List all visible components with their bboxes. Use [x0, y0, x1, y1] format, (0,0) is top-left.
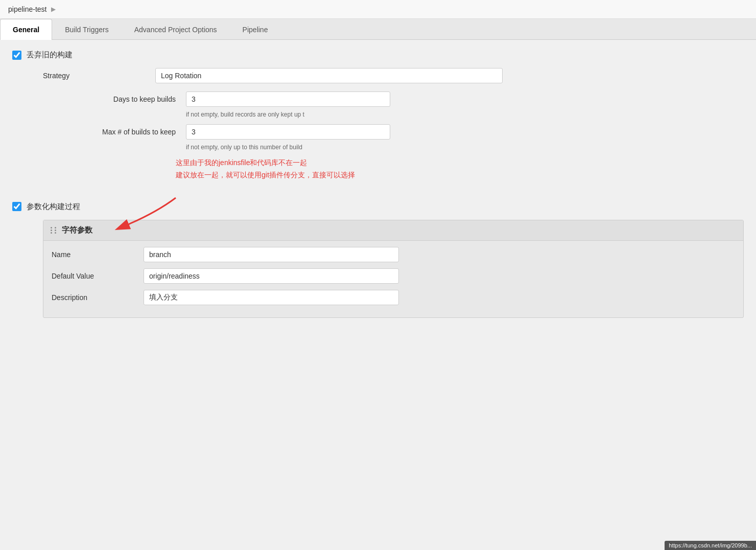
tab-advanced-project-options[interactable]: Advanced Project Options [122, 19, 230, 40]
breadcrumb-arrow-icon: ▶ [51, 6, 56, 13]
days-to-keep-input[interactable] [186, 91, 390, 107]
param-description-row: Description [52, 290, 735, 305]
max-builds-hint: if not empty, only up to this number of … [43, 144, 744, 151]
tab-build-triggers[interactable]: Build Triggers [52, 19, 122, 40]
main-content: General Build Triggers Advanced Project … [0, 19, 756, 500]
days-to-keep-label: Days to keep builds [43, 95, 186, 103]
strategy-input[interactable] [155, 68, 503, 83]
param-default-row: Default Value [52, 268, 735, 284]
param-description-input[interactable] [144, 290, 399, 305]
param-default-label: Default Value [52, 272, 144, 280]
breadcrumb-project[interactable]: pipeline-test [8, 5, 47, 13]
discard-old-builds-row: 丢弃旧的构建 [12, 50, 744, 60]
max-builds-input[interactable] [186, 124, 390, 140]
days-hint: if not empty, build records are only kep… [43, 111, 744, 118]
tabs-bar: General Build Triggers Advanced Project … [0, 19, 756, 40]
tab-pipeline[interactable]: Pipeline [230, 19, 281, 40]
max-builds-row: Max # of builds to keep [43, 124, 744, 140]
param-name-row: Name [52, 247, 735, 262]
param-default-input[interactable] [144, 268, 399, 284]
drag-handle-icon[interactable] [51, 227, 58, 234]
param-panel-body: Name Default Value Description [43, 241, 743, 317]
annotation-arrow-icon [94, 193, 196, 234]
discard-old-builds-checkbox[interactable] [12, 51, 21, 60]
strategy-label: Strategy [43, 72, 155, 80]
annotation-text: 这里由于我的jenkinsfile和代码库不在一起 建议放在一起，就可以使用gi… [176, 157, 744, 181]
days-to-keep-row: Days to keep builds [43, 91, 744, 107]
breadcrumb-bar: pipeline-test ▶ [0, 0, 756, 19]
max-builds-label: Max # of builds to keep [43, 128, 186, 136]
form-content: 丢弃旧的构建 Strategy Days to keep builds if n… [0, 40, 756, 500]
param-name-label: Name [52, 250, 144, 259]
param-panel-title: 字符参数 [62, 225, 92, 235]
parameterize-checkbox[interactable] [12, 202, 21, 211]
parameterize-label: 参数化构建过程 [27, 202, 80, 212]
param-name-input[interactable] [144, 247, 399, 262]
strategy-row: Strategy [43, 68, 744, 83]
discard-old-builds-label: 丢弃旧的构建 [27, 50, 73, 60]
tab-general[interactable]: General [0, 19, 52, 40]
param-description-label: Description [52, 293, 144, 302]
